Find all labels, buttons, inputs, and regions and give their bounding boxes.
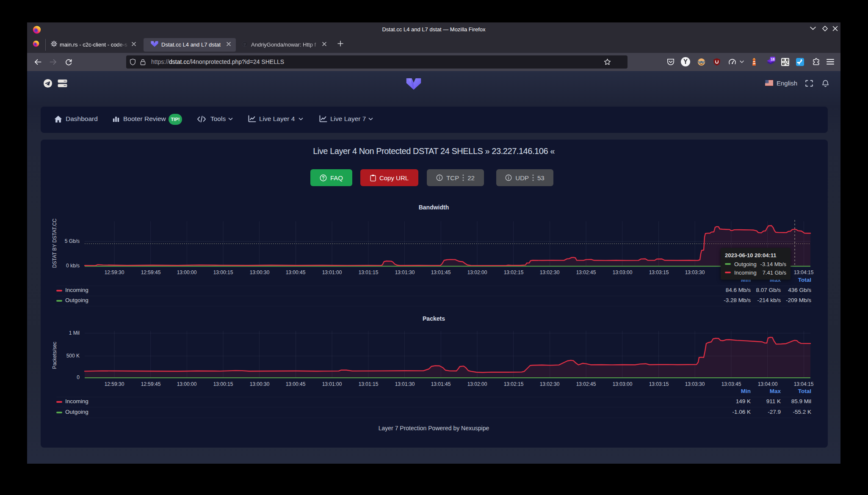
svg-text:18: 18 — [771, 58, 775, 61]
